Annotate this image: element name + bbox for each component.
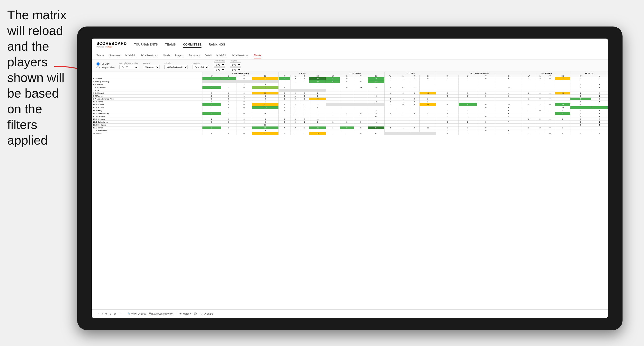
separator xyxy=(124,312,124,316)
player-name: 14. S Srichantamit xyxy=(92,112,202,115)
conference-select-2[interactable]: (All) xyxy=(214,67,225,72)
table-row: 2. M Kelly Mulcahy 07040 1010050 xyxy=(92,80,608,83)
nav-teams[interactable]: TEAMS xyxy=(165,42,176,48)
share-button[interactable]: ↗ Share xyxy=(204,313,213,315)
sub-t: T xyxy=(410,75,419,77)
main-nav: TOURNAMENTS TEAMS COMMITTEE RANKINGS xyxy=(134,42,225,48)
sub-l: L xyxy=(340,75,354,77)
nav-tournaments[interactable]: TOURNAMENTS xyxy=(134,42,158,48)
col-header-woods: 11. G Woods xyxy=(326,72,384,75)
max-players-select[interactable]: Top 25 xyxy=(120,65,138,69)
more-button[interactable]: ⋯ xyxy=(118,313,121,315)
save-custom-button[interactable]: 💾 Save Custom View xyxy=(149,313,172,315)
player-name: 9. A Maria Jimenez Rios xyxy=(92,98,202,100)
top-navigation: SCOREBOARD Powered by clippd TOURNAMENTS… xyxy=(92,38,608,51)
sub-nav-detail[interactable]: Detail xyxy=(205,52,212,59)
sub-nav-players[interactable]: Players xyxy=(175,52,184,59)
sub-w: W xyxy=(279,75,290,77)
sub-dif: Dif xyxy=(368,75,384,77)
logo: SCOREBOARD Powered by clippd xyxy=(96,41,127,48)
full-view-radio[interactable]: Full View xyxy=(96,62,114,66)
filter-bar: Full View Compact View Max players in vi… xyxy=(92,60,608,72)
player-name: 3. S Jelinek xyxy=(92,83,202,86)
comment-button[interactable]: 💬 xyxy=(194,313,197,315)
sub-nav-summary2[interactable]: Summary xyxy=(189,52,200,59)
col-header-mulcahy: 2. M Kelly Mulcahy xyxy=(202,72,279,75)
max-players-label: Max players in view xyxy=(120,62,138,65)
player-name: 8. M Torres xyxy=(92,95,202,98)
zoom-out-button[interactable]: ⊖ xyxy=(110,313,112,315)
player-name: 19. J Karnh xyxy=(92,127,202,129)
table-row: 17. D Ballesteros 1005 2011 1101 0207 01 xyxy=(92,121,608,124)
table-row: 5. A Nomrowski 310-11 1 10144 0251 13 11 xyxy=(92,86,608,89)
sub-nav-h2h-heatmap2[interactable]: H2H Heatmap xyxy=(232,52,249,59)
redo-button[interactable]: ↪ xyxy=(101,313,103,315)
gender-filter: Gender Women's xyxy=(143,62,160,69)
player-name: 20. E Andersson xyxy=(92,129,202,132)
player-name: 16. X Mcgaha xyxy=(92,118,202,121)
player-name: 7. O Mitchell xyxy=(92,92,202,95)
view-original-button[interactable]: 🔍 View: Original xyxy=(128,313,146,315)
conference-select[interactable]: (All) xyxy=(214,62,225,67)
player-name: 17. D Ballesteros xyxy=(92,121,202,124)
sub-nav-h2h-grid1[interactable]: H2H Grid xyxy=(125,52,136,59)
nav-committee[interactable]: COMMITTEE xyxy=(183,42,202,48)
sub-dif: Dif xyxy=(252,75,279,77)
col-header-webb: 38. A Webb xyxy=(523,72,570,75)
sub-dif: Dif xyxy=(495,75,523,77)
table-row: 20. E Andersson 2 0108 xyxy=(92,129,608,132)
table-row: 6. A Dy xyxy=(92,89,608,92)
compact-view-radio[interactable]: Compact View xyxy=(96,66,114,69)
player-name: 12. A Bianchi xyxy=(92,106,202,109)
tablet-screen: SCOREBOARD Powered by clippd TOURNAMENTS… xyxy=(92,38,608,318)
table-row: 10. L Perini 0301 3 0102 11 xyxy=(92,100,608,103)
fullscreen-button[interactable]: ⛶ xyxy=(199,313,202,315)
sub-l: L xyxy=(290,75,300,77)
conference-label: Conference xyxy=(214,59,225,62)
region-select[interactable]: East - DII (All) xyxy=(192,65,209,69)
players-label: Players xyxy=(230,59,241,62)
watch-button[interactable]: 👁 Watch ▾ xyxy=(180,313,191,315)
sub-t: T xyxy=(236,75,252,77)
gender-select[interactable]: Women's xyxy=(143,65,160,69)
sub-nav-matrix1[interactable]: Matrix xyxy=(163,52,170,59)
sub-l: L xyxy=(396,75,410,77)
logo-subtitle: Powered by clippd xyxy=(96,46,127,48)
table-row: 3. S Jelinek 20 17 01 xyxy=(92,83,608,86)
player-name: 13. N Klug xyxy=(92,109,202,112)
table-row: 13. N Klug 110-2 3 0210 1010 01 xyxy=(92,109,608,112)
player-name: 11. G Woods xyxy=(92,103,202,106)
sub-t: T xyxy=(477,75,495,77)
sub-nav-h2h-grid2[interactable]: H2H Grid xyxy=(216,52,228,59)
sub-nav-h2h-heatmap1[interactable]: H2H Heatmap xyxy=(141,52,158,59)
division-select[interactable]: NCAA Division II xyxy=(164,65,188,69)
players-select[interactable]: (All) xyxy=(230,62,241,67)
col-header-za: 60. W Za xyxy=(570,72,608,75)
sub-nav-matrix2[interactable]: Matrix xyxy=(254,52,261,59)
player-name: 1. J Garcia xyxy=(92,77,202,80)
table-row: 15. H Stranda 11 0103 01 xyxy=(92,115,608,118)
undo-button[interactable]: ↩ xyxy=(96,313,98,315)
players-filter: Players (All) (All) xyxy=(230,59,241,72)
separator xyxy=(176,312,176,316)
conference-filter: Conference (All) (All) xyxy=(214,59,225,72)
player-name: 5. A Nomrowski xyxy=(92,86,202,89)
refresh-button[interactable]: ↺ xyxy=(105,313,107,315)
player-name: 15. H Stranda xyxy=(92,115,202,118)
sub-w: W xyxy=(326,75,340,77)
region-label: Region xyxy=(192,62,209,65)
sub-nav-teams[interactable]: Teams xyxy=(96,52,104,59)
players-select-2[interactable]: (All) xyxy=(230,67,241,72)
table-row: 16. X Mcgaha 2108 10011 0207 03 xyxy=(92,118,608,121)
nav-rankings[interactable]: RANKINGS xyxy=(209,42,225,48)
zoom-in-button[interactable]: ⊕ xyxy=(114,313,116,315)
player-name: 10. L Perini xyxy=(92,100,202,103)
table-row: 14. S Srichantamit 31014 0105 1204 0105 … xyxy=(92,112,608,115)
table-row: 8. M Torres 0013 0102 3 0108 01 xyxy=(92,95,608,98)
table-row: 11. G Woods 10011 1400 10014 14017 24020… xyxy=(92,103,608,106)
sub-w: W xyxy=(384,75,396,77)
sub-l: L xyxy=(221,75,236,77)
sub-dif: Dif xyxy=(309,75,326,77)
sub-nav-summary1[interactable]: Summary xyxy=(109,52,120,59)
sub-w: W xyxy=(436,75,459,77)
